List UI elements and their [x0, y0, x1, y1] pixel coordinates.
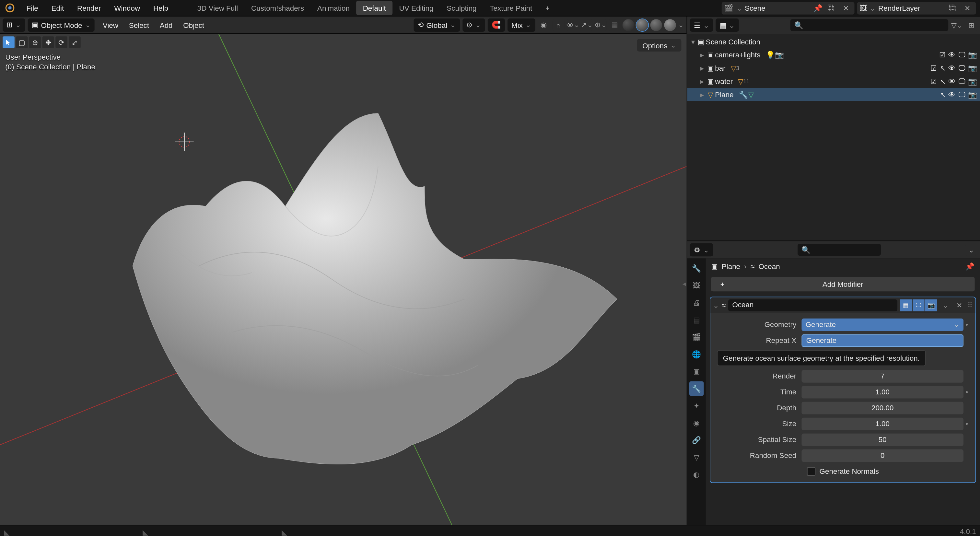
- spatial-size-input[interactable]: 50: [802, 433, 964, 446]
- menu-file[interactable]: File: [20, 1, 45, 14]
- new-collection-button[interactable]: ⊞: [966, 19, 977, 31]
- scene-tab[interactable]: 🎬: [689, 330, 704, 345]
- blender-logo-icon[interactable]: [4, 2, 16, 14]
- random-seed-input[interactable]: 0: [802, 449, 964, 462]
- object-menu[interactable]: Object: [178, 18, 209, 32]
- view-menu[interactable]: View: [97, 18, 124, 32]
- disclosure-icon[interactable]: ▸: [699, 77, 705, 86]
- geometry-dropdown[interactable]: Generate ⌄: [802, 318, 964, 331]
- outliner-item[interactable]: ▸ ▣ camera+lights 💡 📷 ☑👁🖵📷: [687, 48, 980, 62]
- disable-viewport-toggle[interactable]: 🖵: [958, 77, 966, 86]
- proportional-falloff[interactable]: ∩: [552, 19, 565, 31]
- render-input[interactable]: 7: [802, 370, 964, 382]
- outliner-item-active[interactable]: ▸ ▽ Plane 🔧 ▽ ↖👁🖵📷: [687, 88, 980, 101]
- shading-options[interactable]: ⌄: [678, 21, 684, 29]
- exclude-checkbox[interactable]: ☑: [939, 51, 946, 59]
- outliner-search-input[interactable]: [806, 21, 944, 29]
- viewlayer-name-input[interactable]: [878, 4, 944, 12]
- workspace-tab[interactable]: Sculpting: [440, 1, 483, 15]
- breadcrumb-modifier[interactable]: Ocean: [759, 262, 780, 270]
- disclosure-icon[interactable]: ▸: [699, 64, 705, 73]
- mod-drag-handle[interactable]: ⠿: [967, 301, 972, 310]
- menu-render[interactable]: Render: [71, 1, 108, 14]
- outliner-filter-button[interactable]: ▽⌄: [951, 19, 963, 31]
- delete-scene-button[interactable]: ✕: [840, 2, 852, 14]
- snap-toggle[interactable]: 🧲: [488, 18, 505, 32]
- add-workspace-button[interactable]: +: [539, 1, 557, 15]
- tool-tab[interactable]: 🔧: [689, 261, 704, 275]
- disclosure-icon[interactable]: ▸: [699, 90, 705, 99]
- menu-edit[interactable]: Edit: [45, 1, 70, 14]
- xray-toggle[interactable]: ▦: [609, 19, 620, 31]
- disable-render-toggle[interactable]: 📷: [968, 77, 977, 86]
- collapse-icon[interactable]: ⌄: [713, 301, 719, 310]
- visibility-toggle[interactable]: 👁⌄: [567, 19, 579, 31]
- pin-icon[interactable]: 📌: [813, 3, 823, 12]
- animate-property-button[interactable]: •: [964, 420, 970, 428]
- time-input[interactable]: 1.00: [802, 386, 964, 398]
- properties-search-input[interactable]: [813, 246, 877, 254]
- modifier-name-input[interactable]: Ocean: [728, 299, 897, 312]
- animate-property-button[interactable]: •: [964, 321, 970, 328]
- mod-render-toggle[interactable]: 📷: [925, 299, 937, 312]
- disable-render-toggle[interactable]: 📷: [968, 90, 977, 99]
- mod-realtime-toggle[interactable]: 🖵: [913, 299, 924, 312]
- solid-shading[interactable]: [636, 19, 649, 31]
- particle-tab[interactable]: ✦: [689, 399, 704, 413]
- hide-viewport-toggle[interactable]: 👁: [948, 90, 955, 99]
- workspace-tab[interactable]: Animation: [311, 1, 356, 15]
- hide-viewport-toggle[interactable]: 👁: [948, 51, 955, 59]
- selectable-toggle[interactable]: ↖: [940, 90, 946, 99]
- disclosure-icon[interactable]: ▸: [699, 51, 705, 59]
- sidebar-toggle[interactable]: ◂: [682, 279, 686, 288]
- mod-delete-button[interactable]: ✕: [953, 301, 965, 310]
- physics-tab[interactable]: ◉: [689, 416, 704, 430]
- editor-type-selector[interactable]: ⊞⌄: [3, 18, 25, 32]
- outliner-editor-type[interactable]: ☰⌄: [690, 19, 713, 32]
- material-shading[interactable]: [650, 19, 662, 31]
- constraint-tab[interactable]: 🔗: [689, 433, 704, 447]
- new-viewlayer-button[interactable]: ⿻: [947, 2, 959, 14]
- area-corner[interactable]: ◣: [4, 528, 10, 534]
- generate-normals-checkbox[interactable]: [807, 467, 816, 476]
- workspace-tab-active[interactable]: Default: [356, 1, 393, 15]
- output-tab[interactable]: 🖨: [689, 295, 704, 310]
- 3d-viewport[interactable]: ▢ ⊕ ✥ ⟳ ⤢ User Perspective (0) Scene Col…: [0, 34, 687, 525]
- disable-viewport-toggle[interactable]: 🖵: [958, 90, 966, 99]
- repeatx-dropdown-open[interactable]: Generate: [802, 334, 964, 347]
- data-tab[interactable]: ▽: [689, 450, 704, 465]
- outliner-scene-collection[interactable]: ▾ ▣ Scene Collection: [687, 35, 980, 48]
- workspace-tab[interactable]: 3D View Full: [191, 1, 244, 15]
- object-tab[interactable]: ▣: [689, 364, 704, 379]
- rendered-shading[interactable]: [664, 19, 676, 31]
- outliner-item[interactable]: ▸ ▣ water ▽11 ☑↖👁🖵📷: [687, 75, 980, 88]
- orientation-selector[interactable]: ⟲Global⌄: [414, 18, 460, 32]
- wireframe-shading[interactable]: [622, 19, 635, 31]
- scene-name-input[interactable]: [745, 4, 811, 12]
- exclude-checkbox[interactable]: ☑: [931, 64, 937, 73]
- area-corner[interactable]: ◣: [143, 528, 149, 534]
- outliner-display-mode[interactable]: ▤⌄: [716, 19, 738, 32]
- viewlayer-selector[interactable]: 🖼 ⌄ ⿻ ✕: [857, 2, 976, 14]
- snap-mode-selector[interactable]: Mix⌄: [508, 18, 535, 32]
- workspace-tab[interactable]: UV Editing: [393, 1, 440, 15]
- new-scene-button[interactable]: ⿻: [826, 2, 837, 14]
- breadcrumb-object[interactable]: Plane: [722, 262, 740, 270]
- add-menu[interactable]: Add: [154, 18, 178, 32]
- proportional-edit-toggle[interactable]: ◉: [538, 19, 550, 31]
- exclude-checkbox[interactable]: ☑: [931, 77, 937, 86]
- outliner-item[interactable]: ▸ ▣ bar ▽3 ☑↖👁🖵📷: [687, 62, 980, 75]
- animate-property-button[interactable]: •: [964, 388, 970, 396]
- material-tab[interactable]: ◐: [689, 467, 704, 482]
- disclosure-icon[interactable]: ▾: [690, 37, 697, 46]
- mode-selector[interactable]: ▣Object Mode⌄: [28, 18, 95, 32]
- area-corner[interactable]: ◣: [282, 528, 288, 534]
- menu-window[interactable]: Window: [108, 1, 147, 14]
- disable-render-toggle[interactable]: 📷: [968, 51, 977, 59]
- pin-icon[interactable]: 📌: [966, 262, 975, 271]
- viewlayer-tab[interactable]: ▤: [689, 312, 704, 327]
- properties-options[interactable]: ⌄: [966, 244, 977, 256]
- properties-editor-type[interactable]: ⚙⌄: [690, 243, 713, 256]
- mod-extras-dropdown[interactable]: ⌄: [940, 301, 951, 310]
- outliner-search[interactable]: 🔍: [791, 19, 948, 31]
